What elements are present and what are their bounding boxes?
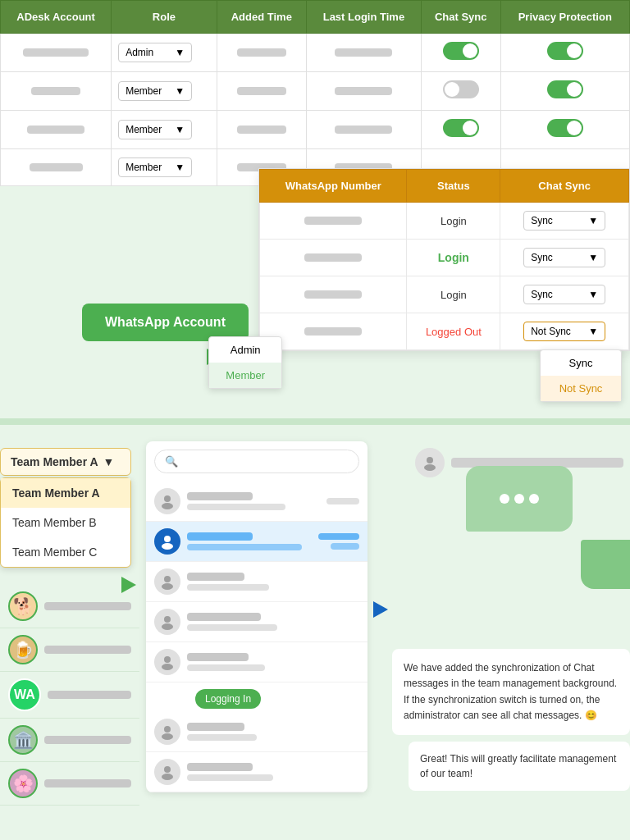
role-value-3: Member	[126, 124, 162, 135]
chat-sync-toggle-2[interactable]	[443, 80, 479, 98]
svg-point-1	[162, 503, 173, 509]
sync-select-2[interactable]: Sync ▼	[523, 248, 605, 267]
sync-select-4[interactable]: Not Sync ▼	[523, 322, 605, 341]
role-select-4[interactable]: Member ▼	[118, 158, 192, 177]
section-divider	[0, 418, 630, 425]
chat-msg-bar-6	[187, 774, 273, 781]
chat-info-2	[187, 573, 359, 591]
team-dropdown-list: Team Member A Team Member B Team Member …	[0, 477, 131, 568]
bubble-dots	[500, 494, 539, 504]
avatar-item-wa[interactable]: WA	[0, 672, 139, 719]
svg-point-0	[164, 495, 171, 502]
wa-row: Login Sync ▼	[260, 276, 629, 313]
chat-sync-toggle-1[interactable]	[443, 42, 479, 60]
bubble-small	[581, 540, 630, 589]
chat-avatar-active	[154, 528, 180, 555]
avatar-item-4[interactable]: 🌸	[0, 762, 139, 806]
sync-option-sync[interactable]: Sync	[541, 350, 621, 376]
avatar-item-3[interactable]: 🏛️	[0, 719, 139, 762]
col-header-chatsync: Chat Sync	[421, 1, 500, 34]
top-section: ADesk Account Role Added Time Last Login…	[0, 0, 630, 418]
search-icon: 🔍	[165, 455, 178, 468]
svg-point-8	[164, 656, 171, 663]
wa-row: Login Sync ▼	[260, 240, 629, 276]
avatar-2: 🍺	[8, 635, 38, 664]
team-option-c[interactable]: Team Member C	[1, 537, 130, 567]
bubble-main	[466, 466, 573, 532]
avatar-item-2[interactable]: 🍺	[0, 628, 139, 672]
sync-value-3: Sync	[531, 289, 553, 300]
svg-point-3	[162, 543, 173, 550]
avatar-3: 🏛️	[8, 725, 38, 755]
avatar-name-4	[44, 779, 131, 788]
chat-item-4[interactable]	[146, 642, 368, 682]
chat-name-bar-4	[187, 653, 249, 661]
svg-point-9	[162, 664, 173, 670]
sync-option-notsync[interactable]: Not Sync	[541, 376, 621, 401]
sync-value-2: Sync	[531, 252, 553, 263]
team-select-button[interactable]: Team Member A ▼	[0, 448, 131, 476]
role-select-1[interactable]: Admin ▼	[118, 43, 192, 62]
svg-point-2	[164, 536, 171, 542]
team-dropdown-area: Team Member A ▼ Team Member A Team Membe…	[0, 448, 131, 568]
chat-sync-toggle-3[interactable]	[443, 119, 479, 137]
privacy-toggle-3[interactable]	[547, 119, 583, 137]
svg-point-7	[162, 623, 173, 630]
chat-msg-bar-3	[187, 624, 277, 631]
svg-point-13	[162, 774, 173, 780]
privacy-toggle-1[interactable]	[547, 42, 583, 60]
team-arrow-icon	[121, 577, 136, 593]
chat-search[interactable]: 🔍	[154, 450, 359, 473]
col-header-added: Added Time	[217, 1, 306, 34]
role-value-4: Member	[126, 162, 162, 173]
role-option-member[interactable]: Member	[209, 363, 281, 388]
chevron-down-icon: ▼	[588, 289, 598, 300]
sync-select-1[interactable]: Sync ▼	[523, 211, 605, 231]
bubble-dot-1	[500, 494, 509, 504]
chevron-down-icon: ▼	[175, 162, 185, 173]
chat-item-2[interactable]	[146, 562, 368, 602]
team-option-a[interactable]: Team Member A	[1, 478, 130, 508]
sync-select-3[interactable]: Sync ▼	[523, 285, 605, 304]
status-label-logout: Logged Out	[426, 326, 482, 338]
team-option-b[interactable]: Team Member B	[1, 508, 130, 537]
chat-msg-bar-5	[187, 734, 257, 741]
chevron-down-icon: ▼	[103, 455, 115, 468]
avatar-1: 🐕	[8, 591, 38, 621]
chat-msg-bar-active	[187, 544, 302, 550]
privacy-toggle-2[interactable]	[547, 80, 583, 98]
col-header-account: ADesk Account	[1, 1, 112, 34]
main-table: ADesk Account Role Added Time Last Login…	[0, 0, 630, 186]
svg-point-11	[162, 733, 173, 740]
chat-item-active[interactable]	[146, 522, 368, 562]
info-text: We have added the synchronization of Cha…	[392, 649, 630, 735]
chat-name-bar-2	[187, 573, 244, 581]
bottom-section: Team Member A ▼ Team Member A Team Membe…	[0, 425, 630, 840]
chat-item-5[interactable]	[146, 712, 368, 752]
avatar-item-1[interactable]: 🐕	[0, 585, 139, 628]
wa-row: Logged Out Not Sync ▼ Sync Not Sync	[260, 313, 629, 350]
chat-info-3	[187, 613, 359, 631]
col-header-role: Role	[112, 1, 217, 34]
chat-item-3[interactable]	[146, 602, 368, 642]
chat-avatar-2	[154, 568, 180, 595]
chat-action-bar-2	[331, 543, 359, 550]
chat-msg-bar-2	[187, 584, 269, 591]
role-select-2[interactable]: Member ▼	[118, 81, 192, 101]
chat-msg-bar	[187, 504, 285, 510]
chat-arrow-icon	[373, 601, 388, 618]
role-select-3[interactable]: Member ▼	[118, 120, 192, 139]
chat-item-1[interactable]	[146, 482, 368, 522]
sync-value-1: Sync	[531, 215, 553, 226]
avatar-name-wa	[48, 691, 131, 699]
avatar-4: 🌸	[8, 769, 38, 798]
chat-action-bar	[318, 533, 359, 540]
team-select-label: Team Member A	[11, 455, 98, 468]
chat-item-6[interactable]	[146, 752, 368, 792]
chat-avatar-1	[154, 488, 180, 514]
role-option-admin[interactable]: Admin	[209, 337, 281, 363]
chat-actions	[318, 533, 359, 550]
wa-col-number: WhatsApp Number	[260, 170, 407, 203]
bubble-group	[433, 466, 622, 532]
status-label-bold: Login	[438, 251, 469, 264]
